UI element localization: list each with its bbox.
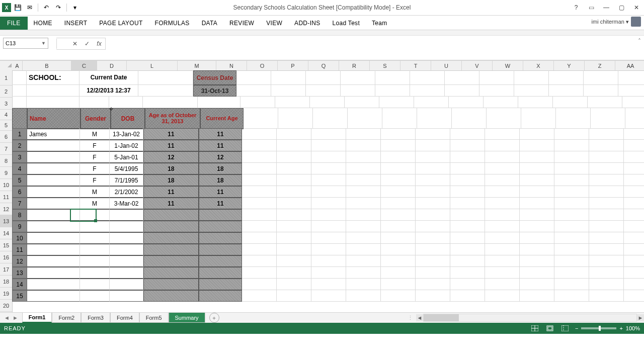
horizontal-scrollbar[interactable]: ⋮ ◄ ► xyxy=(408,314,644,321)
cell[interactable] xyxy=(27,97,79,108)
cell[interactable] xyxy=(311,290,346,302)
row-header-16[interactable]: 16 xyxy=(0,251,12,263)
cell[interactable] xyxy=(624,290,644,302)
cell-dob[interactable] xyxy=(110,279,143,290)
sheet-tab-nav[interactable]: ◄ ► xyxy=(0,315,22,321)
cell[interactable] xyxy=(346,232,381,244)
row-index[interactable]: 8 xyxy=(12,209,27,221)
cell[interactable] xyxy=(381,151,416,163)
cell[interactable] xyxy=(624,255,644,267)
col-header-A[interactable]: A xyxy=(12,61,23,70)
cell[interactable] xyxy=(624,163,644,174)
cell-name[interactable] xyxy=(27,198,80,209)
cell-dob[interactable] xyxy=(110,255,143,267)
cell[interactable] xyxy=(242,255,277,267)
cell[interactable] xyxy=(416,186,450,198)
cell[interactable] xyxy=(554,221,589,232)
row-index[interactable]: 3 xyxy=(12,151,27,163)
cell-name[interactable] xyxy=(27,151,80,163)
cell[interactable] xyxy=(520,290,554,302)
row-index[interactable]: 13 xyxy=(12,267,27,279)
cell[interactable] xyxy=(311,232,346,244)
header-current-age[interactable]: Current Age xyxy=(200,108,244,129)
cell[interactable] xyxy=(12,85,27,97)
col-header-V[interactable]: V xyxy=(462,61,493,70)
cell-current-age[interactable]: 18 xyxy=(199,174,242,186)
cell-age-as-of[interactable]: 11 xyxy=(143,186,199,198)
cell-age-as-of[interactable]: 11 xyxy=(143,198,199,209)
school-label[interactable]: SCHOOL: xyxy=(27,70,79,85)
cell-current-age[interactable]: 11 xyxy=(199,186,242,198)
cell[interactable] xyxy=(416,255,450,267)
cell[interactable] xyxy=(554,279,589,290)
cell[interactable] xyxy=(520,221,554,232)
row-index[interactable]: 14 xyxy=(12,279,27,290)
cell[interactable] xyxy=(416,279,450,290)
worksheet[interactable]: ABCDLMNOPQRSTUVWXYZAA 123456789101112131… xyxy=(0,60,644,312)
cell-gender[interactable]: F xyxy=(80,163,110,174)
cell[interactable] xyxy=(346,221,381,232)
cell-current-age[interactable]: 12 xyxy=(199,151,242,163)
row-index[interactable]: 6 xyxy=(12,186,27,198)
cell[interactable] xyxy=(450,290,485,302)
cell-gender[interactable] xyxy=(80,232,110,244)
cell[interactable] xyxy=(311,221,346,232)
col-header-O[interactable]: O xyxy=(247,61,278,70)
cell-dob[interactable]: 5/4/1995 xyxy=(110,163,143,174)
cell[interactable] xyxy=(514,85,549,97)
zoom-handle[interactable] xyxy=(599,326,601,331)
cell[interactable] xyxy=(554,232,589,244)
cell[interactable] xyxy=(554,163,589,174)
cell[interactable] xyxy=(416,163,450,174)
cell-current-age[interactable]: 11 xyxy=(199,140,242,151)
census-date-value[interactable]: 31-Oct-13 xyxy=(193,85,236,97)
col-header-X[interactable]: X xyxy=(523,61,554,70)
cell[interactable] xyxy=(242,140,277,151)
cell[interactable] xyxy=(624,151,644,163)
row-header-8[interactable]: 8 xyxy=(0,155,12,167)
cell[interactable] xyxy=(445,85,479,97)
col-header-L[interactable]: L xyxy=(127,61,178,70)
cell[interactable] xyxy=(554,128,589,140)
cell[interactable] xyxy=(277,232,311,244)
row-header-20[interactable]: 20 xyxy=(0,300,12,312)
cell[interactable] xyxy=(554,209,589,221)
cell-gender[interactable]: M xyxy=(80,198,110,209)
cell[interactable] xyxy=(450,244,485,255)
enter-formula-button[interactable]: ✓ xyxy=(81,39,93,49)
cell[interactable] xyxy=(198,97,240,108)
cell[interactable] xyxy=(624,174,644,186)
cell[interactable] xyxy=(450,140,485,151)
tab-home[interactable]: HOME xyxy=(28,17,58,30)
cell[interactable] xyxy=(277,186,311,198)
cell-name[interactable] xyxy=(27,255,80,267)
cell[interactable] xyxy=(346,174,381,186)
cell[interactable] xyxy=(450,232,485,244)
row-index[interactable]: 11 xyxy=(12,244,27,255)
cell[interactable] xyxy=(242,174,277,186)
header-name[interactable]: Name xyxy=(27,108,80,129)
cell-name[interactable] xyxy=(27,279,80,290)
cell[interactable] xyxy=(311,255,346,267)
cell[interactable] xyxy=(450,198,485,209)
cell-age-as-of[interactable] xyxy=(143,290,199,302)
help-button[interactable]: ? xyxy=(569,2,584,14)
col-header-Y[interactable]: Y xyxy=(554,61,585,70)
cell[interactable] xyxy=(521,108,556,129)
cell-dob[interactable]: 2/1/2002 xyxy=(110,186,143,198)
cell[interactable] xyxy=(381,279,416,290)
cell-gender[interactable] xyxy=(80,290,110,302)
cell-name[interactable] xyxy=(27,290,80,302)
header-gender[interactable]: Gender xyxy=(80,108,111,129)
row-header-6[interactable]: 6 xyxy=(0,131,12,143)
cell[interactable] xyxy=(485,128,520,140)
cell-current-age[interactable] xyxy=(199,279,242,290)
cell[interactable] xyxy=(485,221,520,232)
cell[interactable] xyxy=(589,198,624,209)
cell[interactable] xyxy=(450,163,485,174)
cell[interactable] xyxy=(450,174,485,186)
sheet-tab-form1[interactable]: Form1 xyxy=(22,313,52,323)
name-box[interactable]: C13 ▼ xyxy=(3,38,48,49)
cell[interactable] xyxy=(589,163,624,174)
cell[interactable] xyxy=(242,151,277,163)
